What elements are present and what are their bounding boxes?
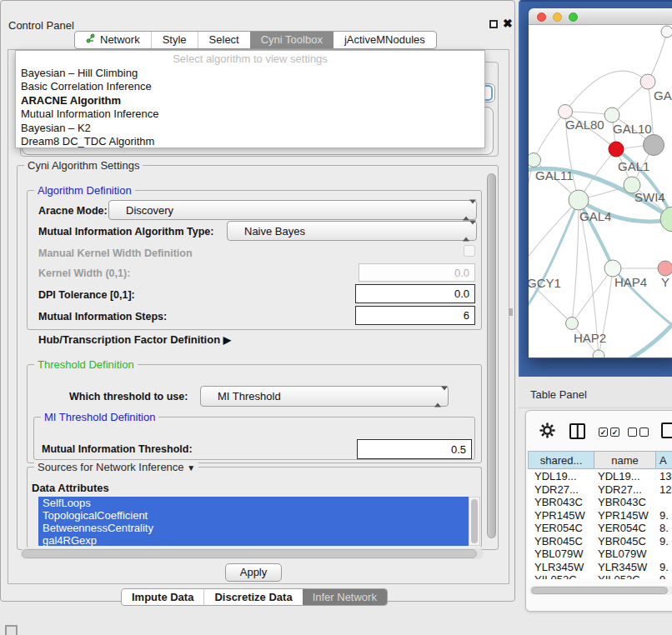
network-window[interactable]: GALGAL80GAL10GAL1GAL11SWI4GAL4HAP4YGCY1H… (529, 8, 672, 358)
table-cell: YIL052C (598, 573, 640, 579)
scrollbar-thumb[interactable] (487, 173, 496, 538)
network-node-y[interactable] (658, 261, 672, 276)
scrollbar-thumb[interactable] (531, 587, 668, 594)
algorithm-option[interactable]: Bayesian – Hill Climbing (16, 67, 484, 80)
node-label: GCY1 (529, 276, 561, 290)
tab-cyni-toolbox[interactable]: Cyni Toolbox (250, 32, 333, 48)
aracne-mode-value: Discovery (126, 204, 173, 217)
column-header-name[interactable]: name (594, 451, 656, 469)
network-node[interactable] (593, 350, 604, 358)
unchecked-checkbox-icon[interactable] (639, 428, 649, 437)
close-icon[interactable]: ✖ (503, 17, 513, 30)
sources-group-title[interactable]: Sources for Network Inference ▼ (34, 461, 198, 473)
tab-select[interactable]: Select (198, 32, 250, 48)
checked-checkbox-icon[interactable]: ✓ (610, 428, 619, 437)
table-row[interactable]: YDR27...YDR27...12 (528, 483, 672, 497)
splitter-grip[interactable] (509, 308, 513, 316)
tab-impute-data[interactable]: Impute Data (122, 589, 203, 605)
table-cell: YER054C (534, 522, 583, 535)
mi-steps-field[interactable]: 6 (355, 306, 475, 325)
attribute-list-item[interactable]: SelfLoops (38, 497, 469, 509)
table-row[interactable]: YDL19...YDL19...13 (528, 470, 672, 483)
apply-button[interactable]: Apply (225, 563, 282, 582)
which-threshold-value: MI Threshold (218, 390, 281, 402)
mi-type-select[interactable]: Naive Bayes (227, 221, 477, 241)
control-panel-titlebar: Control Panel ✖ (2, 8, 514, 28)
tab-infer-network[interactable]: Infer Network (303, 589, 387, 605)
scrollbar-thumb[interactable] (471, 499, 478, 543)
settings-horizontal-scrollbar[interactable] (20, 548, 484, 559)
network-node-gal10[interactable] (604, 108, 619, 122)
algorithm-option[interactable]: Basic Correlation Inference (16, 80, 484, 93)
network-tab-icon (86, 32, 96, 48)
dpi-tolerance-label: DPI Tolerance [0,1]: (38, 289, 135, 301)
dpi-tolerance-field[interactable]: 0.0 (355, 284, 475, 303)
gear-icon[interactable] (539, 422, 555, 442)
network-node-gal4[interactable] (569, 190, 589, 210)
mac-close-icon[interactable] (537, 12, 546, 22)
tab-discretize-data[interactable]: Discretize Data (203, 589, 302, 605)
tab-jactivemnodules[interactable]: jActiveMNodules (333, 32, 436, 48)
tab-style[interactable]: Style (151, 32, 198, 48)
tab-label: Style (163, 32, 187, 48)
network-graph[interactable]: GALGAL80GAL10GAL1GAL11SWI4GAL4HAP4YGCY1H… (529, 25, 672, 358)
dock-panel-icon[interactable] (5, 625, 18, 635)
table-row[interactable]: YPR145WYPR145W9. (528, 509, 672, 522)
algorithm-option[interactable]: Dream8 DC_TDC Algorithm (16, 135, 484, 148)
table-row[interactable]: YBL079WYBL079W (528, 548, 672, 561)
sources-title-text: Sources for Network Inference (38, 461, 184, 473)
network-node-hap2[interactable] (566, 318, 579, 330)
tab-network[interactable]: Network (75, 32, 151, 48)
network-node-gal1[interactable] (609, 142, 624, 157)
manual-kernel-checkbox[interactable] (464, 245, 475, 257)
table-row[interactable]: YBR043CYBR043C (528, 496, 672, 509)
table-row[interactable]: YLR345WYLR345W9. (528, 561, 672, 574)
which-threshold-select[interactable]: MI Threshold (200, 386, 449, 407)
settings-vertical-scrollbar[interactable] (486, 172, 497, 548)
table-cell: YLR345W (598, 561, 647, 574)
network-node-gal80[interactable] (559, 105, 573, 119)
split-view-icon[interactable] (569, 423, 585, 439)
table-cell: YDR27... (598, 483, 642, 497)
attribute-list-item[interactable]: TopologicalCoefficient (38, 509, 469, 522)
hub-section-toggle[interactable]: Hub/Transcription Factor Definition ▶ (38, 333, 231, 346)
network-node-gal11[interactable] (529, 153, 541, 168)
network-node[interactable] (644, 135, 664, 156)
table-row[interactable]: YBR045CYBR045C9. (528, 535, 672, 548)
bottom-tabbar: Impute Data Discretize Data Infer Networ… (121, 588, 388, 606)
network-canvas[interactable]: GALGAL80GAL10GAL1GAL11SWI4GAL4HAP4YGCY1H… (529, 25, 672, 358)
float-panel-icon[interactable] (489, 20, 498, 28)
mi-threshold-definition-title: MI Threshold Definition (41, 411, 158, 423)
checked-checkbox-icon[interactable]: ✓ (599, 428, 608, 437)
algorithm-option[interactable]: Mutual Information Inference (16, 108, 484, 121)
mac-zoom-icon[interactable] (569, 12, 578, 22)
network-node-hap4[interactable] (604, 260, 621, 277)
attribute-list-item[interactable]: gal4RGexp (38, 534, 469, 546)
algorithm-option[interactable]: ARACNE Algorithm (16, 94, 484, 108)
algorithm-option[interactable]: Bayesian – K2 (16, 122, 484, 135)
node-label: GAL10 (613, 122, 652, 136)
aracne-mode-select[interactable]: Discovery (108, 200, 477, 220)
kernel-width-value: 0.0 (454, 267, 469, 279)
column-header-shared-name[interactable]: shared... (528, 451, 594, 469)
column-header-partial[interactable]: A (656, 451, 672, 469)
data-attributes-list[interactable]: SelfLoopsTopologicalCoefficientBetweenne… (38, 497, 469, 546)
table-panel-title: Table Panel (530, 388, 587, 401)
mac-minimize-icon[interactable] (553, 12, 562, 22)
table-cell: 9. (659, 509, 669, 522)
table-row[interactable]: YER054CYER054C8. (528, 522, 672, 535)
kernel-width-field[interactable]: 0.0 (359, 263, 475, 282)
attribute-list-scrollbar[interactable] (469, 497, 480, 546)
mi-threshold-field[interactable]: 0.5 (357, 439, 472, 459)
table-horizontal-scrollbar[interactable] (529, 586, 672, 595)
attribute-list-item[interactable]: BetweennessCentrality (38, 522, 469, 534)
network-node[interactable] (661, 26, 672, 38)
network-node-gal[interactable] (640, 74, 655, 89)
table-row[interactable]: YIL052CYIL052C9. (528, 573, 672, 579)
dpi-tolerance-value: 0.0 (454, 288, 469, 300)
network-window-titlebar[interactable] (529, 8, 672, 25)
new-table-icon[interactable] (661, 422, 672, 438)
scrollbar-thumb[interactable] (22, 549, 477, 558)
unchecked-checkbox-icon[interactable] (628, 428, 637, 437)
hub-section-label: Hub/Transcription Factor Definition (38, 333, 220, 346)
